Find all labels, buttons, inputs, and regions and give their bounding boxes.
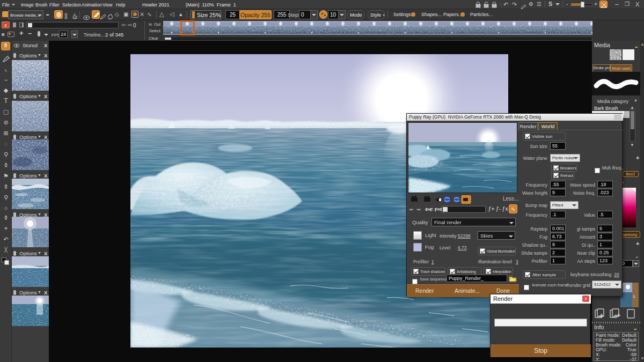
svg-text:L: L <box>633 294 636 299</box>
